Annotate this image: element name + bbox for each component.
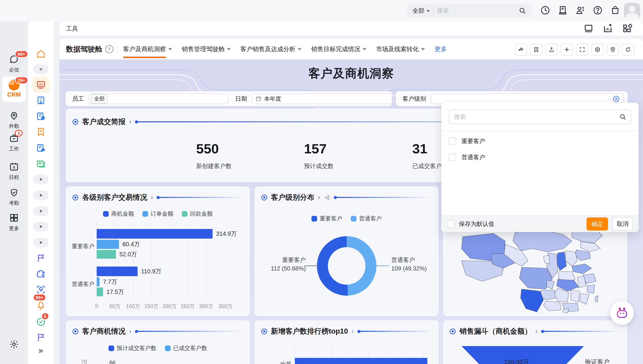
- dropdown-search[interactable]: [449, 110, 631, 124]
- date-filter-input[interactable]: 本年度: [252, 94, 392, 104]
- help-circle-icon[interactable]: ?: [105, 45, 114, 53]
- cancel-button[interactable]: 取消: [612, 218, 633, 230]
- help-icon[interactable]: [593, 5, 603, 15]
- global-search[interactable]: 全部 搜索: [407, 4, 531, 18]
- tab-lead-conversion[interactable]: 市场及线索转化: [376, 39, 425, 60]
- option-normal-customer[interactable]: 普通客户: [449, 154, 485, 161]
- dropdown-search-input[interactable]: [454, 114, 619, 120]
- doc-camera-icon[interactable]: [36, 111, 46, 121]
- rail-item-kaoqin[interactable]: 考勤: [0, 188, 28, 206]
- share-button[interactable]: [515, 44, 527, 56]
- search-scope-select[interactable]: 全部: [413, 7, 424, 15]
- rail-settings[interactable]: [0, 339, 28, 350]
- stat-card-new-customers[interactable]: 550 新创建客户数: [187, 134, 287, 180]
- chart-add-icon[interactable]: [603, 24, 613, 34]
- tabs-more-link[interactable]: 更多: [435, 45, 447, 53]
- chevron-right-icon[interactable]: ›: [151, 193, 153, 201]
- collapse-button[interactable]: [33, 64, 49, 74]
- checkbox[interactable]: [449, 154, 456, 161]
- rank-bar[interactable]: [295, 358, 427, 364]
- search-icon[interactable]: [519, 7, 526, 14]
- legend-item[interactable]: 订单金额: [142, 210, 173, 218]
- checkbox[interactable]: [449, 138, 456, 145]
- legend-item[interactable]: 已成交客户数: [165, 344, 207, 352]
- play-button-2[interactable]: [33, 190, 49, 200]
- save-default-checkbox[interactable]: [447, 220, 454, 228]
- rail-item-waiqin[interactable]: 外勤: [0, 110, 28, 130]
- tab-sales-cockpit[interactable]: 销售管理驾驶舱: [182, 39, 231, 60]
- building-icon[interactable]: [36, 95, 46, 105]
- stat-card-expected-deals[interactable]: 157 预计成交数: [294, 134, 395, 180]
- chevron-right-icon[interactable]: ›: [318, 193, 320, 201]
- export-button[interactable]: [545, 44, 558, 56]
- legend-item[interactable]: 商机金额: [103, 210, 134, 218]
- section-icon: [449, 328, 456, 335]
- puzzle-icon[interactable]: [36, 269, 46, 279]
- play-button-5[interactable]: [33, 238, 49, 247]
- flag-icon[interactable]: [36, 253, 46, 263]
- confirm-button[interactable]: 确定: [586, 218, 608, 230]
- face-scan-icon[interactable]: [36, 284, 46, 294]
- rail-item-richeng[interactable]: 5 日程: [0, 162, 28, 181]
- flag-icon-2[interactable]: [36, 332, 46, 342]
- user-avatar[interactable]: [624, 3, 640, 19]
- contacts-icon[interactable]: [575, 5, 585, 15]
- clock-icon[interactable]: [540, 5, 550, 15]
- search-input[interactable]: 搜索: [437, 7, 519, 15]
- check-circle-icon[interactable]: 5: [36, 317, 46, 327]
- bell-icon[interactable]: 99+: [36, 300, 46, 310]
- refresh-button[interactable]: [622, 44, 634, 56]
- legend-item[interactable]: 重要客户: [311, 215, 343, 222]
- rail-item-crm[interactable]: 99+ CRM: [2, 76, 26, 102]
- tab-target-completion[interactable]: 销售目标完成情况: [311, 39, 366, 60]
- bar-row[interactable]: 60.4万: [97, 240, 140, 249]
- play-button-4[interactable]: [33, 222, 49, 232]
- drill-icon[interactable]: [324, 194, 330, 201]
- home-icon[interactable]: [36, 49, 46, 59]
- tab-sales-analysis[interactable]: 客户销售及达成分析: [240, 39, 301, 60]
- bookmark-plus-icon[interactable]: [36, 127, 46, 137]
- bar-row[interactable]: 7.7万: [97, 277, 117, 286]
- chevron-right-icon[interactable]: ›: [129, 327, 131, 335]
- settings-button[interactable]: [591, 44, 604, 56]
- rail-item-more[interactable]: 更多: [0, 213, 28, 232]
- date-filter-value[interactable]: 本年度: [264, 95, 281, 103]
- bag-icon[interactable]: [610, 5, 620, 15]
- bar-row[interactable]: 110.9万: [97, 266, 161, 276]
- active-item-bg[interactable]: [33, 77, 49, 93]
- legend-item[interactable]: 回款金额: [182, 210, 213, 218]
- kiosk-icon[interactable]: [558, 5, 568, 15]
- bar-row[interactable]: 17.5万: [97, 288, 124, 296]
- option-important-customer[interactable]: 重要客户: [449, 137, 485, 145]
- bar-row[interactable]: 52.0万: [97, 250, 137, 259]
- donut-chart[interactable]: [317, 236, 376, 296]
- doc-eye-icon[interactable]: [36, 143, 46, 153]
- permission-button[interactable]: [607, 44, 619, 56]
- rail-item-qixin[interactable]: 99+ 企信: [0, 54, 28, 73]
- china-map[interactable]: [449, 228, 622, 313]
- chevron-down-icon: [427, 10, 430, 12]
- chevron-right-icon[interactable]: ›: [535, 327, 538, 335]
- assistant-button[interactable]: [610, 301, 634, 325]
- monitor-icon[interactable]: [583, 24, 593, 34]
- legend-item[interactable]: 预计成交客户数: [109, 344, 157, 352]
- plus-circle-icon[interactable]: [612, 95, 620, 103]
- funnel-header: 销售漏斗（商机金额） ›: [449, 326, 621, 336]
- legend-item[interactable]: 普通客户: [351, 215, 382, 222]
- fullscreen-button[interactable]: [576, 44, 588, 56]
- play-button-3[interactable]: [33, 206, 49, 216]
- apps-icon[interactable]: [622, 24, 632, 34]
- doc-lines-icon[interactable]: [36, 159, 46, 169]
- play-button-1[interactable]: [33, 174, 49, 184]
- tools-tab[interactable]: 工具: [66, 25, 78, 32]
- rail-item-gongzuo[interactable]: 3 工作: [0, 133, 28, 152]
- employee-filter-input[interactable]: 全部: [89, 94, 228, 104]
- chevron-right-icon[interactable]: ›: [352, 327, 354, 335]
- bar-row[interactable]: 314.9万: [97, 229, 237, 238]
- expand-icon[interactable]: »: [34, 346, 48, 356]
- tab-customer-insight[interactable]: 客户及商机洞察: [123, 39, 172, 60]
- employee-filter-value[interactable]: 全部: [91, 94, 107, 103]
- add-button[interactable]: [561, 44, 573, 56]
- chevron-right-icon[interactable]: ›: [129, 117, 131, 126]
- bookmark-add-button[interactable]: [530, 44, 542, 56]
